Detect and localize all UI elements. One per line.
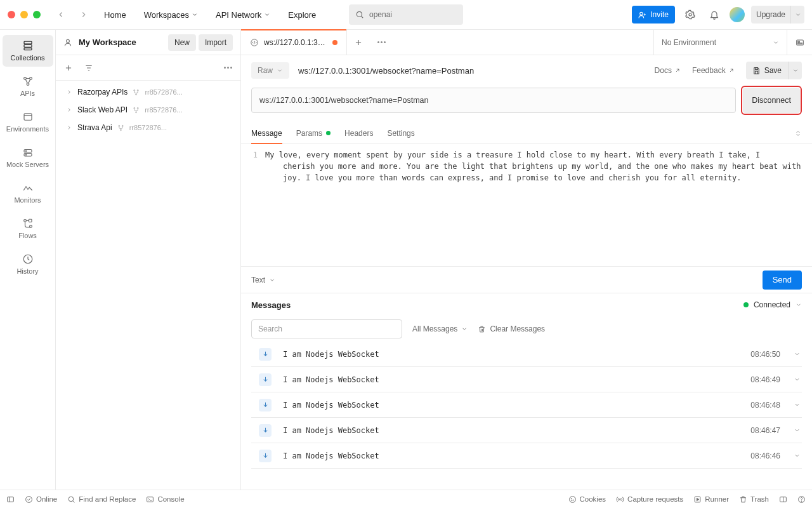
toggle-sidebar[interactable] bbox=[6, 495, 15, 504]
message-row[interactable]: I am Nodejs WebSocket08:46:49 bbox=[251, 367, 802, 392]
svg-point-2 bbox=[689, 13, 691, 16]
request-tab[interactable]: ws://127.0.0.1:3001/wel bbox=[241, 30, 347, 55]
tree-item[interactable]: Slack Web API rr8572876... bbox=[56, 101, 240, 119]
capture-requests[interactable]: Capture requests bbox=[616, 495, 683, 504]
rail-monitors-label: Monitors bbox=[14, 196, 41, 204]
help[interactable] bbox=[797, 495, 806, 504]
new-tab-button[interactable] bbox=[347, 30, 370, 55]
tab-message[interactable]: Message bbox=[251, 123, 282, 144]
editor-content[interactable]: My love, every moment spent by your side… bbox=[265, 149, 812, 266]
svg-rect-34 bbox=[8, 497, 14, 502]
environment-select[interactable]: No Environment bbox=[653, 30, 787, 55]
svg-point-12 bbox=[25, 150, 26, 151]
maximize-window[interactable] bbox=[33, 11, 41, 18]
rail-monitors[interactable]: Monitors bbox=[3, 177, 53, 209]
collapse-toggle[interactable] bbox=[794, 130, 802, 137]
message-row[interactable]: I am Nodejs WebSocket08:46:50 bbox=[251, 342, 802, 367]
import-button[interactable]: Import bbox=[199, 34, 233, 51]
environment-quicklook[interactable] bbox=[787, 30, 812, 55]
minimize-window[interactable] bbox=[20, 11, 28, 18]
message-row[interactable]: I am Nodejs WebSocket08:46:46 bbox=[251, 443, 802, 469]
expand-toggle[interactable] bbox=[792, 427, 802, 434]
more-icon bbox=[224, 67, 232, 69]
rail-history[interactable]: History bbox=[3, 248, 53, 280]
connection-status[interactable]: Connected bbox=[743, 300, 802, 309]
tree-item-fork: rr8572876... bbox=[145, 106, 182, 114]
chevron-down-icon bbox=[792, 67, 799, 74]
rail-mock[interactable]: Mock Servers bbox=[3, 142, 53, 173]
messages-filter-label: All Messages bbox=[412, 324, 457, 333]
find-label: Find and Replace bbox=[79, 495, 136, 503]
tree-item[interactable]: Strava Api rr8572876... bbox=[56, 119, 240, 137]
clear-messages[interactable]: Clear Messages bbox=[478, 324, 545, 333]
rail-collections[interactable]: Collections bbox=[3, 35, 53, 67]
nav-explore[interactable]: Explore bbox=[282, 8, 322, 22]
filter-collections[interactable] bbox=[80, 59, 98, 77]
message-type-select[interactable]: Text bbox=[251, 276, 275, 284]
console[interactable]: Console bbox=[146, 495, 184, 504]
invite-button[interactable]: Invite bbox=[632, 6, 675, 23]
runner[interactable]: Runner bbox=[693, 495, 729, 504]
add-collection[interactable] bbox=[60, 59, 77, 77]
incoming-icon bbox=[259, 450, 272, 462]
messages-search[interactable]: Search bbox=[251, 319, 402, 338]
svg-point-25 bbox=[119, 125, 120, 126]
rail-apis[interactable]: APIs bbox=[3, 70, 53, 102]
tree-item[interactable]: Razorpay APIs rr8572876... bbox=[56, 83, 240, 101]
message-row[interactable]: I am Nodejs WebSocket08:46:47 bbox=[251, 418, 802, 443]
close-window[interactable] bbox=[8, 11, 15, 18]
send-button[interactable]: Send bbox=[763, 271, 802, 290]
docs-link[interactable]: Docs bbox=[655, 66, 681, 75]
nav-workspaces[interactable]: Workspaces bbox=[138, 8, 204, 22]
save-button[interactable]: Save bbox=[746, 62, 788, 79]
svg-point-13 bbox=[25, 154, 26, 155]
global-search[interactable]: openai bbox=[349, 4, 463, 25]
upgrade-button[interactable]: Upgrade bbox=[751, 6, 790, 23]
message-editor[interactable]: 1 My love, every moment spent by your si… bbox=[241, 144, 812, 266]
nav-home[interactable]: Home bbox=[98, 8, 133, 22]
tab-params[interactable]: Params bbox=[296, 123, 331, 144]
expand-toggle[interactable] bbox=[792, 452, 802, 459]
collection-more[interactable] bbox=[219, 59, 237, 77]
nav-forward[interactable] bbox=[75, 6, 93, 23]
settings-button[interactable] bbox=[681, 6, 699, 23]
rail-environments[interactable]: Environments bbox=[3, 106, 53, 138]
tree-item-label: Slack Web API bbox=[77, 105, 128, 114]
svg-rect-10 bbox=[24, 150, 32, 153]
messages-filter[interactable]: All Messages bbox=[412, 324, 468, 333]
expand-toggle[interactable] bbox=[792, 376, 802, 383]
tab-menu-button[interactable] bbox=[370, 30, 393, 55]
upgrade-dropdown[interactable] bbox=[790, 6, 804, 23]
tree-item-fork: rr8572876... bbox=[129, 124, 167, 131]
request-header: Raw ws://127.0.0.1:3001/websocket?name=P… bbox=[241, 55, 812, 86]
save-dropdown[interactable] bbox=[788, 62, 802, 79]
nav-api-network[interactable]: API Network bbox=[209, 8, 277, 22]
notifications-button[interactable] bbox=[705, 6, 723, 23]
url-input[interactable]: ws://127.0.0.1:3001/websocket?name=Postm… bbox=[251, 88, 736, 113]
svg-rect-32 bbox=[755, 67, 757, 69]
protocol-select[interactable]: Raw bbox=[251, 62, 289, 79]
chevron-down-icon bbox=[264, 11, 270, 18]
eye-icon bbox=[795, 37, 805, 48]
tab-headers[interactable]: Headers bbox=[344, 123, 373, 144]
tab-settings[interactable]: Settings bbox=[387, 123, 414, 144]
message-time: 08:46:50 bbox=[750, 350, 780, 359]
feedback-link[interactable]: Feedback bbox=[692, 66, 735, 75]
trash[interactable]: Trash bbox=[739, 495, 769, 504]
workspace-title[interactable]: My Workspace bbox=[79, 37, 162, 47]
avatar[interactable] bbox=[730, 7, 745, 22]
new-button[interactable]: New bbox=[168, 34, 196, 51]
nav-back[interactable] bbox=[52, 6, 70, 23]
environments-icon bbox=[22, 111, 34, 123]
two-pane[interactable] bbox=[779, 495, 787, 504]
expand-toggle[interactable] bbox=[792, 351, 802, 358]
rail-flows[interactable]: Flows bbox=[3, 213, 53, 244]
chevron-down-icon bbox=[269, 277, 275, 283]
expand-toggle[interactable] bbox=[792, 401, 802, 408]
message-row[interactable]: I am Nodejs WebSocket08:46:48 bbox=[251, 392, 802, 418]
find-replace[interactable]: Find and Replace bbox=[67, 495, 136, 504]
disconnect-button[interactable]: Disconnect bbox=[743, 88, 800, 113]
svg-rect-16 bbox=[29, 219, 32, 222]
online-status[interactable]: Online bbox=[25, 495, 57, 504]
cookies[interactable]: Cookies bbox=[568, 495, 606, 504]
